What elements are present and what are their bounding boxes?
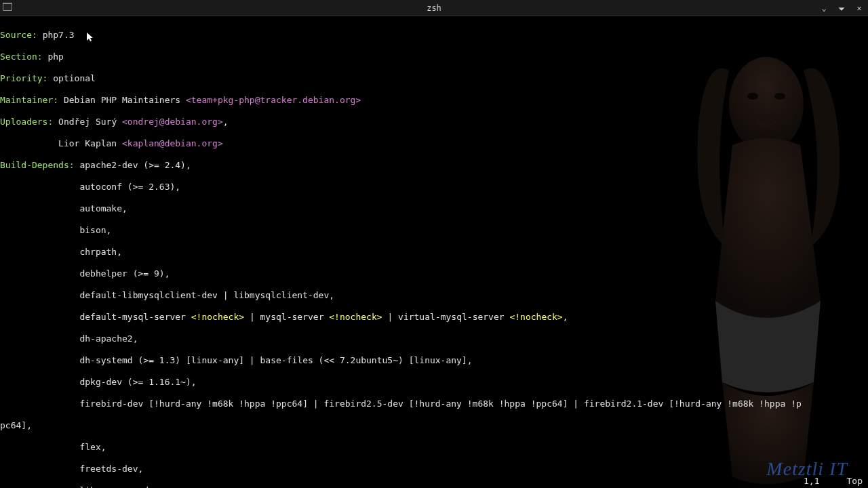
scroll-position: Top [847, 476, 863, 487]
vim-status-line: 1,1 Top [804, 476, 863, 487]
window-title: zsh [0, 3, 868, 14]
window-titlebar: zsh ⌄ 🞃 ✕ [0, 0, 868, 16]
terminal-viewport[interactable]: Metztli IT Source: php7.3 Section: php P… [0, 16, 868, 488]
cursor-position: 1,1 [804, 476, 819, 487]
terminal-text: Source: php7.3 Section: php Priority: op… [0, 16, 802, 488]
window-close-button[interactable]: ✕ [853, 2, 865, 14]
svg-rect-1 [3, 4, 12, 10]
window-minimize-button[interactable]: 🞃 [835, 2, 848, 14]
terminal-app-icon [3, 3, 12, 14]
window-menu-button[interactable]: ⌄ [818, 2, 830, 14]
